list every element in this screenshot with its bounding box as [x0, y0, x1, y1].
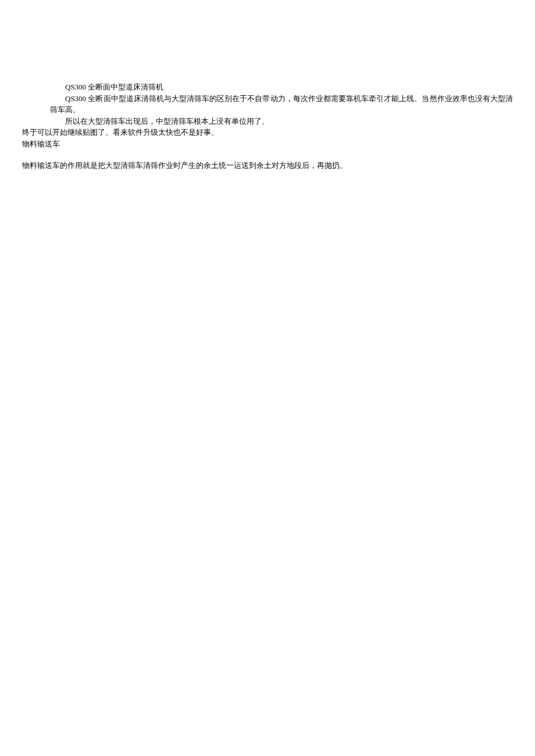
blank-line	[22, 149, 513, 160]
paragraph-comment-resume: 终于可以开始继续贴图了。看来软件升级太快也不是好事。	[22, 127, 513, 138]
paragraph-qs300-obsolete: 所以在大型清筛车出现后，中型清筛车根本上没有单位用了。	[50, 116, 513, 127]
paragraph-material-transport-title: 物料输送车	[22, 138, 513, 150]
paragraph-qs300-description: QS300 全断面中型道床清筛机与大型清筛车的区别在于不自带动力，每次作业都需要…	[50, 93, 513, 116]
paragraph-material-transport-description: 物料输送车的作用就是把大型清筛车清筛作业时产生的余土统一运送到余土对方地段后，再…	[22, 160, 513, 171]
paragraph-qs300-title: QS300 全断面中型道床清筛机	[50, 81, 513, 93]
document-content: QS300 全断面中型道床清筛机 QS300 全断面中型道床清筛机与大型清筛车的…	[22, 81, 513, 171]
